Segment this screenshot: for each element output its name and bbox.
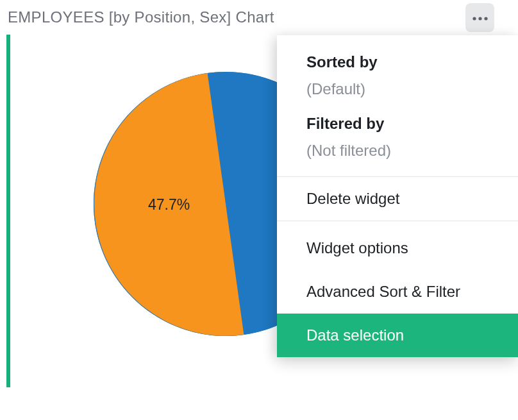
more-horizontal-icon	[472, 12, 489, 23]
svg-point-0	[472, 17, 476, 20]
sorted-by-label: Sorted by	[306, 53, 489, 71]
svg-point-2	[484, 17, 487, 20]
chart-title: EMPLOYEES [by Position, Sex] Chart	[8, 8, 274, 26]
svg-point-1	[478, 17, 481, 20]
filtered-by-value[interactable]: (Not filtered)	[306, 142, 489, 160]
widget-menu-button[interactable]	[465, 3, 494, 32]
menu-item-data-selection[interactable]: Data selection	[277, 314, 518, 357]
widget-context-menu: Sorted by (Default) Filtered by (Not fil…	[277, 35, 518, 357]
pie-slice-label: 47.7%	[148, 196, 190, 214]
menu-item-advanced-sort-filter[interactable]: Advanced Sort & Filter	[277, 270, 518, 314]
menu-item-delete-widget[interactable]: Delete widget	[277, 177, 518, 221]
menu-item-widget-options[interactable]: Widget options	[277, 226, 518, 270]
menu-section-sort-filter: Sorted by (Default) Filtered by (Not fil…	[277, 35, 518, 177]
sorted-by-value[interactable]: (Default)	[306, 80, 489, 98]
filtered-by-label: Filtered by	[306, 115, 489, 133]
